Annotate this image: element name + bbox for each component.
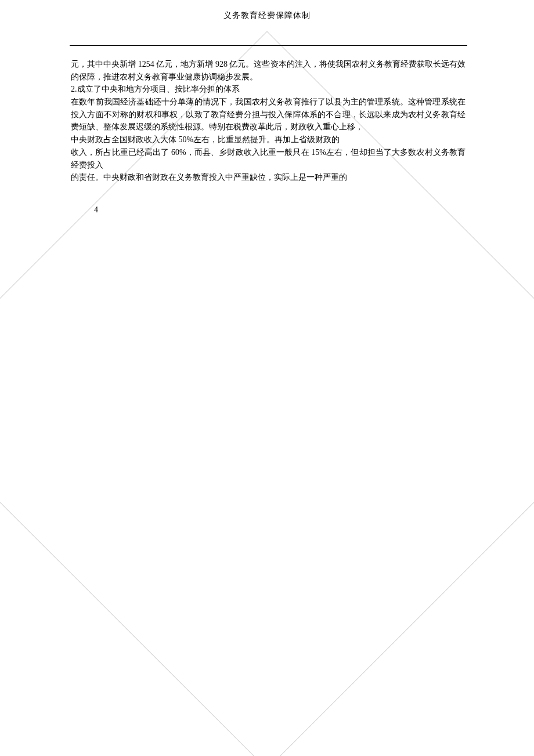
document-content: 元，其中中央新增 1254 亿元，地方新增 928 亿元。这些资本的注入，将使我… [71,58,466,184]
header-divider [70,45,467,46]
paragraph-3: 在数年前我国经济基础还十分单薄的情况下，我国农村义务教育推行了以县为主的管理系统… [71,96,466,133]
paragraph-6: 的责任。中央财政和省财政在义务教育投入中严重缺位，实际上是一种严重的 [71,171,466,184]
header-title: 义务教育经费保障体制 [223,11,311,20]
paragraph-4: 中央财政占全国财政收入大体 50%左右，比重显然提升。再加上省级财政的 [71,133,466,146]
paragraph-5: 收入，所占比重已经高出了 60%，而县、乡财政收入比重一般只在 15%左右，但却… [71,146,466,171]
page-header: 义务教育经费保障体制 [0,0,534,21]
page-number: 4 [94,205,98,215]
paragraph-2: 2.成立了中央和地方分项目、按比率分担的体系 [71,83,466,96]
paragraph-1: 元，其中中央新增 1254 亿元，地方新增 928 亿元。这些资本的注入，将使我… [71,58,466,83]
